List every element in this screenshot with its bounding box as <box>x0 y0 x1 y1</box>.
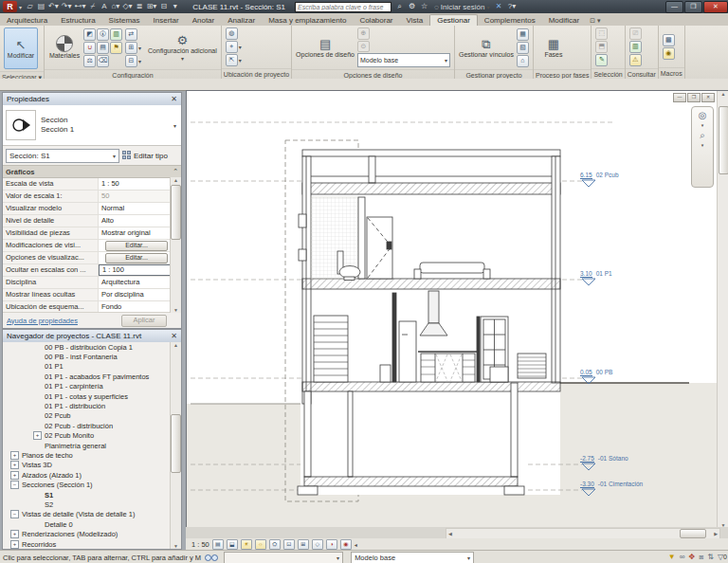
aligned-dimension-icon[interactable]: ⌿ <box>88 2 97 11</box>
view-bar-more-icon[interactable]: ◂ <box>355 541 357 548</box>
macro-manager-icon[interactable]: ▩ <box>663 34 675 46</box>
switch-windows-icon[interactable]: ⊞▾ <box>147 2 157 11</box>
select-by-id-icon[interactable]: ▥ <box>629 41 642 53</box>
tree-expand-icon[interactable]: + <box>33 431 42 440</box>
phases-button[interactable]: ▦ Fases <box>537 27 570 67</box>
mep-settings-icon[interactable]: ⊟ <box>125 55 137 67</box>
tree-item[interactable]: 01 P1 - acabados FT pavimentos <box>3 372 171 381</box>
property-value[interactable]: Normal <box>99 203 181 214</box>
global-parameters-icon[interactable]: ⚑ <box>110 42 122 54</box>
close-hidden-windows-icon[interactable]: ⊟ <box>159 2 168 11</box>
coordinates-caret-icon[interactable]: ▾ <box>239 44 246 50</box>
level-marker[interactable]: -2.75-01 Sótano <box>580 455 628 462</box>
macro-security-icon[interactable]: ◉ <box>663 47 675 60</box>
canvas-vertical-scrollbar[interactable]: ▲ ▼ <box>717 91 728 528</box>
tree-item[interactable]: S1 <box>3 490 171 499</box>
ribbon-tab[interactable]: Gestionar <box>429 14 478 26</box>
scroll-down-icon[interactable]: ▼ <box>173 543 178 549</box>
scroll-right-icon[interactable]: ▶ <box>714 531 718 536</box>
sign-in-button[interactable]: ◌ Iniciar sesión ▾ <box>434 3 489 11</box>
app-menu-caret-icon[interactable]: ▾ <box>19 4 22 10</box>
transfer-standards-icon[interactable]: ⇄ <box>125 28 137 41</box>
position-caret-icon[interactable]: ▾ <box>239 57 246 64</box>
ribbon-tab[interactable]: Sistemas <box>102 15 147 26</box>
sun-path-icon[interactable]: ☀ <box>241 539 252 550</box>
ribbon-tab[interactable]: Vista <box>400 15 430 26</box>
ribbon-tab[interactable]: Insertar <box>147 15 186 26</box>
object-styles-icon[interactable]: ◩ <box>83 28 96 41</box>
view-scale-button[interactable]: 1 : 50 <box>191 540 209 549</box>
restore-button[interactable]: ❐ <box>684 1 702 13</box>
tree-item[interactable]: 01 P1 - distribución <box>3 401 171 410</box>
view-minimize-icon[interactable]: — <box>673 93 686 102</box>
decal-types-icon[interactable]: ▧ <box>517 42 529 54</box>
property-value[interactable]: 50 <box>99 191 181 202</box>
redo-icon[interactable]: ↷▾ <box>62 2 72 11</box>
scroll-left-icon[interactable]: ◀ <box>448 531 452 536</box>
scroll-down-icon[interactable]: ▼ <box>173 307 178 313</box>
select-pinned-icon[interactable]: ⇅ <box>707 553 714 562</box>
ribbon-tab[interactable]: Modificar <box>542 15 586 26</box>
tree-item[interactable]: 00 PB - distribución Copia 1 <box>3 342 171 352</box>
tree-expand-icon[interactable]: + <box>10 451 19 460</box>
shared-parameters-icon[interactable]: ▤ <box>97 42 109 54</box>
scroll-up-icon[interactable]: ▲ <box>721 91 726 97</box>
properties-close-icon[interactable]: ✕ <box>171 95 177 103</box>
group-collapse-icon[interactable]: ⌃ <box>173 168 178 175</box>
ribbon-tab[interactable]: Arquitectura <box>0 15 54 26</box>
visual-style-icon[interactable]: ⬓ <box>227 539 238 550</box>
search-input[interactable] <box>295 2 391 12</box>
measure-icon[interactable]: ⊷▾ <box>74 2 85 11</box>
ribbon-tab[interactable]: Masa y emplazamiento <box>262 15 353 26</box>
steering-wheel-caret-icon[interactable]: ▾ <box>701 122 704 128</box>
detail-level-icon[interactable]: ▤ <box>212 539 224 550</box>
edit-type-button[interactable]: Editar tipo <box>122 151 168 160</box>
revit-app-menu-icon[interactable]: R <box>3 1 17 12</box>
properties-scrollbar[interactable]: ▲ ▼ <box>170 177 181 313</box>
location-globe-icon[interactable]: ◍ <box>226 27 238 40</box>
subscription-icon[interactable]: ⚙ <box>408 2 416 11</box>
default-3d-view-icon[interactable]: ⌂▾ <box>111 2 119 11</box>
tree-expand-icon[interactable]: + <box>10 540 19 549</box>
minimize-button[interactable]: — <box>665 1 683 13</box>
tree-item[interactable]: 01 P1 - carpintería <box>3 382 171 391</box>
show-rendering-dialog-icon[interactable]: ⛭ <box>269 539 281 550</box>
tree-expand-icon[interactable]: − <box>10 510 19 518</box>
project-information-icon[interactable]: 🛈 <box>97 28 109 41</box>
tree-item[interactable]: + Recorridos <box>3 539 171 549</box>
tree-item[interactable]: + 02 Pcub Monito <box>3 431 171 441</box>
view-close-icon[interactable]: ✕ <box>701 93 715 102</box>
property-value[interactable]: 1 : 50 <box>99 178 181 190</box>
property-edit-button[interactable]: Editar... <box>105 253 168 263</box>
steering-wheel-icon[interactable]: ◎ <box>699 110 707 120</box>
undo-icon[interactable]: ↶▾ <box>48 2 59 11</box>
structural-settings-caret-icon[interactable]: ▾ <box>138 45 145 51</box>
zoom-caret-icon[interactable]: ▾ <box>701 142 704 148</box>
group-graphics[interactable]: Gráficos ⌃ <box>3 165 181 178</box>
tree-item[interactable]: 01 P1 <box>3 362 171 372</box>
reveal-hidden-elements-icon[interactable]: ◉ <box>340 539 352 550</box>
level-marker[interactable]: 3.1001 P1 <box>580 270 612 277</box>
tree-item[interactable]: + Alzados (Alzado 1) <box>3 470 171 480</box>
manage-images-icon[interactable]: ▦ <box>517 28 529 41</box>
tree-item[interactable]: S2 <box>3 499 171 509</box>
drawing-area[interactable]: — ❐ ✕ ◎ ▾ ⌕ ▾ ▲ ▼ 6.1502 Pcub3.1001 P10.… <box>186 90 728 528</box>
properties-header[interactable]: Propiedades ✕ <box>3 93 181 105</box>
tree-item[interactable]: 01 P1 - cotas y superficies <box>3 391 171 401</box>
property-value[interactable]: Por disciplina <box>99 289 181 300</box>
browser-scrollbar[interactable]: ▲ ▼ <box>170 342 181 549</box>
design-options-button[interactable]: ▤ Opciones de diseño <box>296 27 355 67</box>
editable-only-icon[interactable] <box>205 554 218 561</box>
exchange-apps-icon[interactable]: ✕ <box>495 2 503 11</box>
level-marker[interactable]: -3.30-01 Cimentación <box>580 481 643 487</box>
active-design-option-combo[interactable]: Modelo base ▾ <box>357 53 450 67</box>
type-selector-caret-icon[interactable]: ▾ <box>173 122 176 129</box>
warnings-icon[interactable]: ⚠ <box>629 54 642 66</box>
ribbon-display-toggle-icon[interactable]: ⊡ ▾ <box>590 17 600 26</box>
purge-unused-icon[interactable]: ⌫ <box>97 55 109 67</box>
ribbon-tab[interactable]: Complementos <box>478 15 542 26</box>
show-crop-region-icon[interactable]: ⊞ <box>298 539 309 550</box>
search-icon[interactable]: ⌕ <box>395 2 404 11</box>
properties-help-link[interactable]: Ayuda de propiedades <box>7 317 78 325</box>
temporary-hide-isolate-icon[interactable]: ◑ <box>326 539 337 550</box>
